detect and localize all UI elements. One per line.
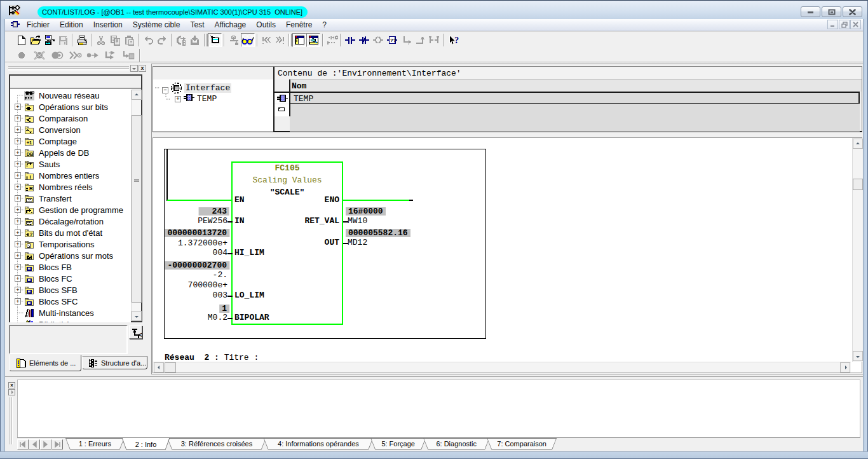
- output-tab-1-erreurs[interactable]: 1 : Erreurs: [65, 438, 125, 449]
- menu-insertion[interactable]: Insertion: [88, 19, 128, 31]
- output-tab-6-diagnostic[interactable]: 6: Diagnostic: [423, 438, 489, 449]
- palette-gripper[interactable]: [8, 66, 129, 71]
- monitor-glasses-icon[interactable]: [241, 33, 255, 47]
- temp-tree-label[interactable]: TEMP: [197, 94, 217, 104]
- monitor-value[interactable]: 243: [199, 207, 229, 216]
- help-cursor-icon[interactable]: ?: [446, 33, 460, 47]
- output-tab-2-info[interactable]: 2 : Info: [122, 438, 170, 450]
- tree-item-gestion-de-programme[interactable]: +Gestion de programme: [10, 204, 131, 216]
- tree-item-sauts[interactable]: +Sauts: [10, 158, 131, 170]
- scroll-thumb[interactable]: [132, 115, 142, 303]
- tree-expander[interactable]: +: [15, 161, 21, 167]
- tree-expander[interactable]: +: [15, 218, 21, 224]
- operand[interactable]: 700000e+: [188, 281, 227, 290]
- tree-expander[interactable]: +: [15, 241, 21, 247]
- operand[interactable]: MW10: [348, 217, 367, 226]
- tree-item-op-rations-sur-bits[interactable]: +Opérations sur bits: [10, 101, 131, 113]
- monitor-value[interactable]: 1: [219, 305, 229, 313]
- tree-scrollbar[interactable]: [131, 90, 141, 321]
- network-number[interactable]: Réseau 2 :: [165, 353, 224, 362]
- interface-tree-label[interactable]: Interface: [184, 83, 231, 93]
- tree-expander[interactable]: +: [15, 149, 21, 156]
- menu-fichier[interactable]: Fichier: [22, 19, 55, 31]
- output-expand-button[interactable]: [8, 389, 15, 395]
- tree-item-nombres-entiers[interactable]: +INombres entiers: [10, 170, 131, 181]
- contact-no-icon[interactable]: [343, 33, 357, 47]
- tree-item-blocs-fc[interactable]: +Blocs FC: [10, 273, 131, 284]
- tree-expander[interactable]: −: [162, 87, 168, 93]
- operand[interactable]: -2.: [213, 271, 227, 280]
- output-nav-next-button[interactable]: [40, 439, 51, 449]
- tree-item-blocs-sfc[interactable]: +Blocs SFC: [10, 296, 131, 307]
- palette-close-button[interactable]: x: [139, 65, 146, 72]
- output-tab-5-for-age[interactable]: 5: Forçage: [370, 438, 426, 449]
- monitor-value[interactable]: 000000013720: [165, 229, 229, 237]
- detail-view-icon[interactable]: [306, 33, 320, 47]
- overview-pane-icon[interactable]: [292, 33, 306, 47]
- menu-outils[interactable]: Outils: [251, 19, 281, 31]
- tree-item-nombres-r-els[interactable]: +RNombres réels: [10, 181, 131, 193]
- scroll-thumb[interactable]: [853, 179, 863, 190]
- tree-item-multi-instances[interactable]: Multi-instances: [10, 307, 131, 319]
- tree-item-blocs-fb[interactable]: +Blocs FB: [10, 261, 131, 273]
- scroll-right-button[interactable]: [840, 362, 850, 373]
- output-nav-last-button[interactable]: [51, 439, 63, 449]
- tab-call-structure[interactable]: Structure d'a...: [82, 356, 147, 369]
- tree-item-appels-de-db[interactable]: +DBAppels de DB: [10, 147, 131, 158]
- tree-item-d-calage-rotation[interactable]: +Décalage/rotation: [10, 216, 131, 227]
- scroll-up-button[interactable]: [853, 139, 863, 149]
- tree-expander[interactable]: +: [15, 138, 21, 144]
- tree-item-biblioth-ques[interactable]: Bibliothèques: [10, 319, 131, 322]
- menu-test[interactable]: Test: [185, 19, 209, 31]
- menu-edition[interactable]: Edition: [55, 19, 88, 31]
- tree-item-comptage[interactable]: ++1Comptage: [10, 135, 131, 147]
- tree-expander[interactable]: +: [15, 115, 21, 121]
- tree-expander[interactable]: +: [15, 172, 21, 179]
- menu-fen-tre[interactable]: Fenêtre: [281, 19, 317, 31]
- monitor-value[interactable]: -00000002700: [165, 261, 229, 270]
- lad-vertical-scrollbar[interactable]: [852, 138, 862, 362]
- contact-nc-icon[interactable]: [357, 33, 371, 47]
- output-tab-3-r-f-rences-crois-es[interactable]: 3: Références croisées: [167, 438, 266, 449]
- scroll-down-button[interactable]: [132, 311, 142, 321]
- scroll-left-button[interactable]: [154, 362, 164, 373]
- empty-box-icon[interactable]: ??: [385, 33, 399, 47]
- tree-expander[interactable]: +: [15, 230, 21, 236]
- lad-horizontal-scrollbar[interactable]: [153, 362, 851, 373]
- tree-item-blocs-sfb[interactable]: +Blocs SFB: [10, 284, 131, 296]
- address-label-icon[interactable]: [208, 33, 222, 47]
- mdi-close-button[interactable]: [850, 20, 861, 29]
- tree-expander[interactable]: +: [15, 207, 21, 213]
- print-icon[interactable]: [75, 33, 89, 47]
- close-button[interactable]: [843, 6, 862, 17]
- operand[interactable]: 1.372000e+: [178, 239, 227, 248]
- restore-button[interactable]: [822, 6, 841, 17]
- tree-item-nouveau-r-seau[interactable]: Nouveau réseau: [10, 90, 131, 101]
- tree-expander[interactable]: +: [15, 104, 21, 110]
- output-nav-prev-button[interactable]: [29, 439, 40, 449]
- palette-dropdown-button[interactable]: [130, 65, 138, 72]
- open-online-icon[interactable]: [42, 33, 56, 47]
- tree-expander[interactable]: +: [15, 275, 21, 282]
- mdi-restore-button[interactable]: [839, 20, 850, 29]
- palette-insert-button[interactable]: <: [129, 325, 142, 339]
- empty-row-icon-cell[interactable]: [275, 104, 290, 116]
- scroll-down-button[interactable]: [853, 351, 863, 361]
- menu-syst-me-cible[interactable]: Système cible: [128, 19, 186, 31]
- minimize-button[interactable]: [801, 6, 820, 17]
- output-close-button[interactable]: x: [8, 382, 15, 388]
- monitor-value[interactable]: 000005582.16: [346, 229, 410, 237]
- output-nav-first-button[interactable]: [17, 439, 29, 449]
- new-document-icon[interactable]: [14, 33, 28, 47]
- tree-expander[interactable]: +: [15, 195, 21, 202]
- tree-expander[interactable]: +: [15, 264, 21, 270]
- operand[interactable]: M0.2: [208, 313, 227, 322]
- scroll-thumb[interactable]: [165, 362, 176, 373]
- tree-item-bits-du-mot-d-tat[interactable]: +?Bits du mot d'état: [10, 227, 131, 238]
- temp-row-icon-cell[interactable]: [275, 93, 290, 104]
- operand[interactable]: MD12: [348, 238, 367, 247]
- output-gripper[interactable]: [10, 397, 13, 444]
- tree-item-temporisations[interactable]: +Temporisations: [10, 238, 131, 250]
- mdi-minimize-button[interactable]: [827, 20, 838, 29]
- monitor-value[interactable]: 16#0000: [346, 207, 386, 216]
